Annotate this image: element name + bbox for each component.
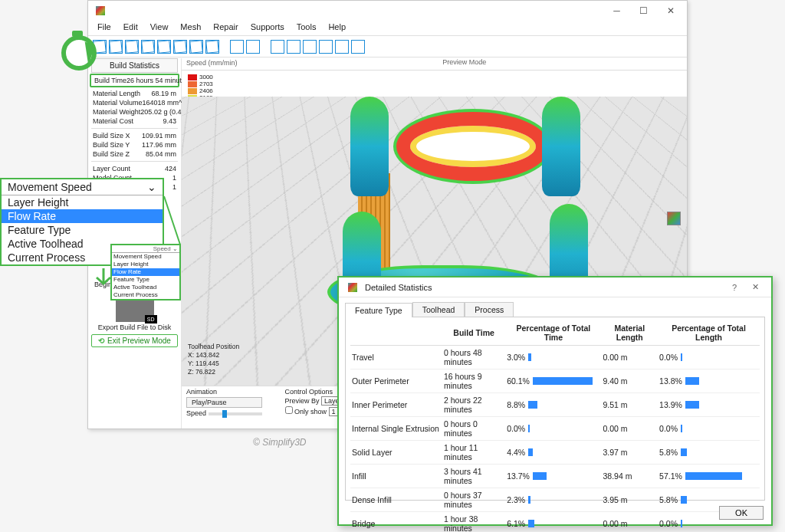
stat-label: Material Weight: [93, 107, 140, 117]
toolbar-icon[interactable]: [287, 40, 301, 54]
dropdown-option[interactable]: Feature Type: [2, 223, 163, 237]
stat-label: Build Size X: [93, 131, 130, 140]
speed-header-label: Speed (mm/min): [182, 58, 242, 70]
model-cylinder: [542, 97, 580, 196]
detailed-stats-dialog: Detailed Statistics ? ✕ Feature TypeTool…: [337, 276, 773, 526]
chevron-down-icon: ⌄: [147, 181, 156, 193]
preview-mode-label: Preview Mode: [242, 58, 687, 70]
stat-label: Material Volume: [93, 98, 143, 107]
stat-value: 68.19 m: [151, 89, 176, 98]
ok-button[interactable]: OK: [719, 506, 764, 520]
dropdown-option[interactable]: Layer Height: [112, 261, 179, 268]
table-row: Travel0 hours 48 minutes3.0%0.00 m0.0%: [350, 346, 760, 369]
table-row: Outer Perimeter16 hours 9 minutes60.1%9.…: [350, 369, 760, 393]
watermark: © Simplify3D: [253, 437, 307, 448]
tab-feature-type[interactable]: Feature Type: [345, 303, 412, 317]
menu-edit[interactable]: Edit: [117, 21, 144, 35]
toolbar-icon[interactable]: [319, 40, 333, 54]
tab-toolhead[interactable]: Toolhead: [412, 302, 465, 317]
close-button[interactable]: ✕: [744, 282, 767, 292]
maximize-button[interactable]: ☐: [630, 2, 657, 19]
coloring-dropdown[interactable]: Speed ⌄ Movement SpeedLayer HeightFlow R…: [110, 244, 181, 300]
percent-bar: [533, 377, 593, 385]
stat-value: 85.04 mm: [146, 149, 176, 159]
stopwatch-icon: [61, 35, 100, 74]
build-time-label: Build Time: [94, 76, 126, 85]
toolbar-icon[interactable]: [246, 40, 260, 54]
tab-process[interactable]: Process: [465, 302, 514, 317]
menu-supports[interactable]: Supports: [245, 21, 291, 35]
help-button[interactable]: ?: [724, 283, 744, 292]
toolbar-icon[interactable]: [351, 40, 365, 54]
menu-tools[interactable]: Tools: [291, 21, 323, 35]
dropdown-header: Movement Speed: [8, 181, 92, 193]
dropdown-option[interactable]: Movement Speed: [112, 253, 179, 261]
speed-slider[interactable]: [209, 412, 262, 415]
titlebar: ─ ☐ ✕: [88, 1, 687, 21]
percent-bar: [528, 448, 533, 456]
dropdown-option[interactable]: Flow Rate: [2, 209, 163, 223]
stat-value: 1: [172, 173, 176, 182]
stat-value: 164018 mm^3: [143, 98, 186, 107]
table-row: Solid Layer1 hour 11 minutes4.4%3.97 m5.…: [350, 441, 760, 465]
percent-bar: [528, 496, 530, 504]
view-cube-icon[interactable]: [205, 40, 219, 54]
stat-label: Material Length: [93, 89, 140, 98]
toolbar-icon[interactable]: [303, 40, 317, 54]
app-icon: [348, 283, 357, 292]
only-show-label: Only show: [294, 408, 327, 415]
build-stats-title: Build Statistics: [91, 58, 178, 73]
speed-label: Speed: [186, 409, 206, 417]
stat-label: Layer Count: [93, 164, 130, 173]
percent-bar: [685, 377, 699, 385]
view-cube-icon[interactable]: [173, 40, 187, 54]
view-cube-icon[interactable]: [125, 40, 139, 54]
percent-bar: [681, 520, 682, 527]
menu-view[interactable]: View: [144, 21, 175, 35]
menu-mesh[interactable]: Mesh: [174, 21, 207, 35]
toolbar: [88, 36, 687, 57]
dropdown-option[interactable]: Layer Height: [2, 195, 163, 209]
dropdown-option[interactable]: Feature Type: [112, 276, 179, 284]
percent-bar: [528, 353, 531, 361]
stats-tabs: Feature TypeToolheadProcess: [339, 297, 771, 317]
table-row: Inner Perimeter2 hours 22 minutes8.8%9.5…: [350, 393, 760, 417]
table-row: Infill3 hours 41 minutes13.7%38.94 m57.1…: [350, 465, 760, 488]
axis-icon[interactable]: [271, 40, 284, 54]
dropdown-option[interactable]: Flow Rate: [112, 268, 179, 276]
menu-repair[interactable]: Repair: [207, 21, 244, 35]
axis-cube-icon[interactable]: [667, 212, 681, 225]
toolbar-icon[interactable]: [230, 40, 244, 54]
percent-bar: [528, 401, 537, 409]
view-cube-icon[interactable]: [189, 40, 203, 54]
play-pause-button[interactable]: Play/Pause: [186, 397, 262, 408]
toolhead-position: Toolhead Position X: 143.842 Y: 119.445 …: [188, 343, 239, 376]
dialog-title: Detailed Statistics: [365, 283, 432, 292]
stat-value: 109.91 mm: [142, 131, 176, 140]
percent-bar: [528, 520, 534, 527]
percent-bar: [681, 353, 682, 361]
dropdown-option[interactable]: Current Process: [112, 291, 179, 299]
animation-label: Animation: [186, 388, 262, 396]
only-show-checkbox[interactable]: [285, 406, 293, 414]
exit-preview-button[interactable]: Exit Preview Mode: [91, 334, 178, 347]
stat-label: Build Size Z: [93, 149, 130, 159]
table-row: Bridge1 hour 38 minutes6.1%0.00 m0.0%: [350, 512, 760, 533]
menubar: FileEditViewMeshRepairSupportsToolsHelp: [88, 21, 687, 36]
stat-value: 117.96 mm: [142, 140, 176, 149]
toolbar-icon[interactable]: [335, 40, 349, 54]
stat-value: 424: [165, 164, 176, 173]
table-row: Internal Single Extrusion0 hours 0 minut…: [350, 417, 760, 441]
menu-file[interactable]: File: [91, 21, 117, 35]
view-cube-icon[interactable]: [109, 40, 123, 54]
build-time-highlight: Build Time 26 hours 54 minutes: [90, 74, 179, 87]
view-cube-icon[interactable]: [157, 40, 171, 54]
model-cylinder: [350, 97, 389, 196]
minimize-button[interactable]: ─: [603, 2, 630, 19]
stat-value: 9.43: [163, 117, 176, 126]
menu-help[interactable]: Help: [322, 21, 352, 35]
close-button[interactable]: ✕: [657, 2, 684, 19]
view-cube-icon[interactable]: [141, 40, 155, 54]
dropdown-option[interactable]: Active Toolhead: [112, 284, 179, 291]
percent-bar: [685, 401, 699, 409]
